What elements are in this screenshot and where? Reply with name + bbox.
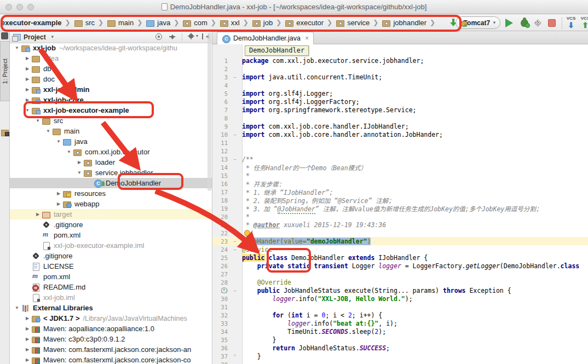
tree-item-pom.xml[interactable]: pom.xml bbox=[10, 271, 212, 282]
fold-marker-icon[interactable]: − bbox=[231, 157, 239, 162]
chevron-right-icon: ❯ bbox=[276, 19, 281, 26]
tree-item-label: pom.xml bbox=[43, 273, 70, 281]
tree-item-pom.xml[interactable]: pom.xml bbox=[10, 230, 212, 240]
tab-demojobhandler[interactable]: DemoJobHandler.java × bbox=[217, 32, 314, 44]
tree-item-maven-com.fasterxml.jackson.core-jackson-an[interactable]: ▶Maven: com.fasterxml.jackson.core:jacks… bbox=[10, 344, 212, 355]
run-button[interactable] bbox=[505, 19, 513, 27]
fold-marker-icon[interactable]: − bbox=[231, 74, 239, 80]
tree-toggle-icon[interactable]: ▼ bbox=[24, 108, 31, 113]
tree-item-xxl-job-executor-example[interactable]: ▼xxl-job-executor-example bbox=[10, 105, 212, 115]
tree-toggle-icon[interactable]: ▶ bbox=[24, 97, 31, 102]
tree-toggle-icon[interactable]: ▼ bbox=[44, 129, 52, 134]
tree-item-.gitignore[interactable]: .gitignore bbox=[10, 219, 212, 230]
breadcrumb-item-java[interactable]: java bbox=[146, 19, 170, 27]
code-line-30: 30 logger.info("XXL-JOB, Hello World."); bbox=[212, 294, 588, 303]
close-tab-icon[interactable]: × bbox=[305, 34, 309, 42]
coverage-button[interactable] bbox=[534, 19, 541, 27]
breadcrumb-item-executor-example[interactable]: executor-example bbox=[1, 19, 62, 27]
code-line-35: 35 } bbox=[212, 336, 588, 344]
tree-item-db[interactable]: ▶db bbox=[10, 63, 212, 74]
tree-item--jdk1.7-[interactable]: ▶< JDK1.7 >/Library/Java/JavaVirtualMach… bbox=[10, 313, 212, 323]
project-tool-window-tab[interactable]: 1: Project bbox=[0, 41, 10, 101]
tree-item-maven-com.fasterxml.jackson.core-jackson-co[interactable]: ▶Maven: com.fasterxml.jackson.core:jacks… bbox=[10, 355, 212, 364]
gear-icon[interactable] bbox=[187, 32, 196, 41]
tree-item-external-libraries[interactable]: ▼External Libraries bbox=[10, 303, 212, 313]
breadcrumb-item-jobhandler[interactable]: jobhandler bbox=[382, 19, 426, 27]
tree-scrollbar[interactable] bbox=[207, 32, 211, 191]
tree-item-xxl-job-core[interactable]: ▶xxl-job-core bbox=[10, 95, 212, 105]
tree-item-readme.md[interactable]: README.md bbox=[10, 282, 212, 292]
tree-toggle-icon[interactable]: ▶ bbox=[55, 201, 62, 206]
code-text: TimeUnit.SECONDS.sleep(2); bbox=[239, 328, 386, 336]
window-menu-icon[interactable] bbox=[1, 32, 8, 39]
chevron-down-icon[interactable]: ▼ bbox=[50, 34, 55, 39]
breadcrumb-item-xxl[interactable]: xxl bbox=[220, 19, 240, 27]
tree-item-xxl-job-executor-example.iml[interactable]: xxl-job-executor-example.iml bbox=[10, 240, 212, 251]
tree-toggle-icon[interactable]: ▶ bbox=[24, 56, 31, 61]
tree-item-xxl-job[interactable]: ▼xxl-job~/workspaces/idea-git-workspace/… bbox=[10, 43, 212, 53]
stop-button[interactable] bbox=[548, 19, 556, 27]
tree-toggle-icon[interactable]: ▶ bbox=[34, 212, 42, 217]
tree-toggle-icon[interactable]: ▼ bbox=[34, 118, 42, 123]
tree-toggle-icon[interactable]: ▶ bbox=[24, 357, 31, 362]
txt-icon bbox=[31, 262, 41, 270]
tree-item-service.jobhandler[interactable]: ▼service.jobhandler bbox=[10, 167, 212, 178]
fold-marker-icon[interactable]: − bbox=[231, 132, 239, 137]
tree-item-xxl-job.iml[interactable]: xxl-job.iml bbox=[10, 292, 212, 303]
fold-marker-icon[interactable]: ⌃ bbox=[231, 354, 239, 359]
tree-item-maven-c3p0-c3p0-0.9.1.2[interactable]: ▶Maven: c3p0:c3p0:0.9.1.2 bbox=[10, 334, 212, 344]
breadcrumb-item-executor[interactable]: executor bbox=[285, 19, 324, 27]
tree-item-main[interactable]: ▼main bbox=[10, 126, 212, 136]
tree-toggle-icon[interactable]: ▶ bbox=[55, 191, 62, 196]
breadcrumb-item-demojobhandler[interactable]: DemoJobHandler bbox=[439, 19, 439, 27]
tree-toggle-icon[interactable]: ▼ bbox=[13, 45, 21, 50]
vcs-update-button[interactable]: VCS⬇ bbox=[565, 16, 577, 29]
collapse-all-icon[interactable] bbox=[168, 32, 177, 41]
tree-toggle-icon[interactable]: ▼ bbox=[65, 149, 73, 154]
tree-item-loader[interactable]: ▶loader bbox=[10, 157, 212, 167]
tree-toggle-icon[interactable]: ▼ bbox=[13, 305, 21, 310]
fold-marker-icon[interactable]: − bbox=[231, 247, 239, 252]
tree-toggle-icon[interactable]: ▶ bbox=[24, 337, 31, 342]
project-structure-icon[interactable] bbox=[1, 129, 10, 137]
breadcrumb-item-com[interactable]: com bbox=[182, 19, 207, 27]
breadcrumb-item-job[interactable]: job bbox=[252, 19, 273, 27]
tree-toggle-icon[interactable]: ▼ bbox=[55, 139, 62, 144]
tree-item-xxl-job-admin[interactable]: ▶xxl-job-admin bbox=[10, 84, 212, 95]
breadcrumb-item-main[interactable]: main bbox=[107, 19, 134, 27]
fold-marker-icon[interactable]: − bbox=[231, 239, 239, 244]
tree-item-target[interactable]: ▶target bbox=[10, 209, 212, 219]
tree-item-.gitignore[interactable]: .gitignore bbox=[10, 251, 212, 261]
line-number: 10 bbox=[212, 131, 231, 138]
tree-item-src[interactable]: ▼src bbox=[10, 115, 212, 126]
tree-item-license[interactable]: LICENSE bbox=[10, 261, 212, 271]
intention-bulb-icon[interactable] bbox=[244, 230, 250, 236]
tree-item-com.xxl.job.executor[interactable]: ▼com.xxl.job.executor bbox=[10, 147, 212, 157]
run-configuration-select[interactable]: Tomcat7 ▼ bbox=[456, 16, 500, 29]
tree-toggle-icon[interactable]: ▶ bbox=[24, 66, 31, 71]
vcs-commit-button[interactable]: VCS⬆ bbox=[579, 16, 588, 29]
chevron-right-icon: ❯ bbox=[327, 19, 332, 26]
override-method-icon[interactable] bbox=[221, 287, 227, 293]
breadcrumb-item-service[interactable]: service bbox=[336, 19, 370, 27]
tree-toggle-icon[interactable]: ▶ bbox=[76, 160, 83, 165]
tree-toggle-icon[interactable]: ▶ bbox=[24, 77, 31, 82]
fold-marker-icon[interactable]: − bbox=[231, 288, 239, 293]
tree-toggle-icon[interactable]: ▶ bbox=[24, 87, 31, 92]
arrow-down-icon: ⬇ bbox=[565, 21, 577, 29]
tree-item-demojobhandler[interactable]: DemoJobHandler bbox=[10, 178, 212, 188]
tree-toggle-icon[interactable]: ▶ bbox=[24, 316, 31, 321]
tree-item-doc[interactable]: ▶doc bbox=[10, 74, 212, 84]
tree-toggle-icon[interactable]: ▶ bbox=[24, 326, 31, 331]
tree-item-java[interactable]: ▼java bbox=[10, 136, 212, 147]
tree-toggle-icon[interactable]: ▶ bbox=[24, 347, 31, 352]
code-editor[interactable]: 1package com.xxl.job.executor.service.jo… bbox=[212, 44, 588, 364]
debug-button[interactable] bbox=[521, 19, 528, 27]
locate-file-icon[interactable] bbox=[154, 32, 163, 41]
tree-toggle-icon[interactable]: ▼ bbox=[76, 170, 83, 175]
breadcrumb-item-src[interactable]: src bbox=[74, 19, 95, 27]
tree-item-resources[interactable]: ▶resources bbox=[10, 188, 212, 199]
tree-item-.idea[interactable]: ▶.idea bbox=[10, 53, 212, 63]
tree-item-webapp[interactable]: ▶webapp bbox=[10, 199, 212, 209]
tree-item-maven-aopalliance-aopalliance-1.0[interactable]: ▶Maven: aopalliance:aopalliance:1.0 bbox=[10, 323, 212, 334]
